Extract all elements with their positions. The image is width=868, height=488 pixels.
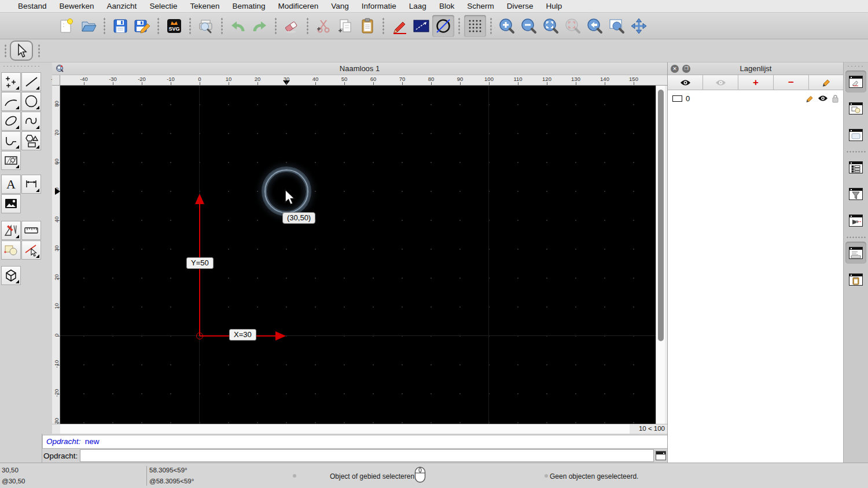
hatch-tool-button[interactable] (1, 151, 21, 170)
vertical-scrollbar-thumb[interactable] (658, 90, 664, 341)
menu-item-aanzicht[interactable]: Aanzicht (101, 2, 144, 10)
hide-all-layers-button[interactable] (703, 75, 738, 90)
zoom-selection-button[interactable] (562, 15, 584, 37)
redo-button[interactable] (249, 15, 271, 37)
zoom-previous-button[interactable] (584, 15, 606, 37)
layer-row[interactable]: 0 (668, 91, 844, 105)
menu-item-bewerken[interactable]: Bewerken (53, 2, 101, 10)
draw-pencil-button[interactable] (388, 15, 410, 37)
v-ruler-tick (57, 162, 60, 163)
list-view-panel-button[interactable] (845, 156, 866, 178)
selection-arrow-icon (15, 43, 28, 58)
new-file-button[interactable] (56, 15, 78, 37)
zoom-window-button[interactable] (606, 15, 628, 37)
circle-line-tool-button[interactable] (432, 15, 454, 37)
shape-tool-button[interactable] (21, 131, 41, 150)
text-tool-icon: A (6, 178, 16, 191)
block-view-panel-button[interactable] (845, 124, 866, 146)
command-dock-button[interactable] (656, 451, 666, 460)
selection-tool-button[interactable] (10, 40, 33, 61)
edit-layer-button[interactable] (809, 75, 844, 90)
command-input[interactable] (80, 449, 654, 462)
menu-item-blok[interactable]: Blok (433, 2, 461, 10)
trim-tool-button[interactable] (21, 241, 41, 260)
mouse-cursor (284, 188, 297, 207)
add-layer-button[interactable]: + (738, 75, 774, 90)
modify-tool-button[interactable] (1, 241, 21, 260)
modify-tool-icon (3, 243, 19, 257)
menu-item-modificeren[interactable]: Modificeren (272, 2, 325, 10)
menu-item-selectie[interactable]: Selectie (143, 2, 183, 10)
menu-item-scherm[interactable]: Scherm (461, 2, 501, 10)
zoom-auto-button[interactable] (540, 15, 562, 37)
menu-item-diverse[interactable]: Diverse (501, 2, 540, 10)
circle-tool-button[interactable] (21, 92, 41, 111)
dimension-tool-button[interactable] (21, 175, 41, 194)
command-line-panel-button[interactable] (845, 242, 866, 264)
y-axis-arrowhead (195, 194, 204, 204)
horizontal-scrollbar[interactable]: 10 < 100 (52, 424, 667, 434)
v-ruler-label: 30 (53, 243, 60, 254)
open-file-button[interactable] (78, 15, 100, 37)
copy-button[interactable] (334, 15, 356, 37)
arc-tool-button[interactable] (1, 92, 21, 111)
save-button[interactable] (109, 15, 131, 37)
menu-item-informatie[interactable]: Informatie (355, 2, 403, 10)
text-tool-button[interactable]: A (1, 175, 21, 194)
h-ruler-tick (634, 82, 634, 85)
show-all-layers-button[interactable] (668, 75, 703, 90)
svg-text:SVG: SVG (168, 26, 179, 32)
remove-layer-button[interactable]: − (774, 75, 809, 90)
toolbar-handle[interactable] (38, 44, 40, 58)
h-ruler-label: 130 (571, 76, 580, 82)
meta-grid-line (60, 335, 656, 336)
menu-item-bestand[interactable]: Bestand (12, 2, 53, 10)
measure-tool-button[interactable] (21, 221, 41, 240)
print-preview-button[interactable] (195, 15, 217, 37)
menu-item-laag[interactable]: Laag (403, 2, 433, 10)
svg-export-button[interactable]: SVG (163, 15, 185, 37)
zoom-window-icon (608, 17, 626, 35)
layer-color-swatch[interactable] (672, 95, 682, 102)
grid-toggle-button[interactable] (464, 15, 486, 37)
property-editor-panel-button[interactable] (845, 71, 866, 93)
point-tool-button[interactable] (1, 72, 21, 91)
draw-misc-tool-button[interactable] (1, 221, 21, 240)
meta-grid-line (488, 86, 489, 424)
selection-info-panel-button[interactable] (845, 97, 866, 119)
paste-button[interactable] (356, 15, 378, 37)
h-ruler-tick (547, 82, 547, 85)
vertical-scrollbar[interactable] (656, 86, 665, 424)
horizontal-scrollbar-track[interactable] (60, 424, 630, 434)
menu-item-hulp[interactable]: Hulp (539, 2, 568, 10)
save-as-button[interactable] (131, 15, 153, 37)
clipboard-panel-button[interactable] (845, 268, 866, 290)
layer-lock-icon[interactable] (832, 94, 839, 103)
dock-strip-handle[interactable] (847, 65, 865, 68)
v-ruler-tick (57, 220, 60, 221)
layer-edit-pencil-icon[interactable] (806, 94, 814, 103)
menu-item-vang[interactable]: Vang (325, 2, 355, 10)
image-tool-button[interactable] (1, 194, 21, 213)
box3d-tool-button[interactable] (1, 266, 21, 285)
toolbar-handle[interactable] (5, 44, 6, 58)
view-projection-panel-button[interactable] (845, 209, 866, 231)
ellipse-tool-button[interactable] (1, 112, 21, 131)
menu-item-tekenen[interactable]: Tekenen (183, 2, 226, 10)
menu-item-bemating[interactable]: Bemating (226, 2, 271, 10)
cut-button[interactable] (312, 15, 334, 37)
undo-button[interactable] (227, 15, 249, 37)
line-tool-button[interactable] (21, 72, 41, 91)
zoom-out-button[interactable] (518, 15, 540, 37)
layer-visibility-icon[interactable] (818, 95, 828, 102)
pencil-icon (822, 77, 832, 87)
spline-tool-button[interactable] (21, 112, 41, 131)
zoom-in-button[interactable] (496, 15, 518, 37)
filter-panel-button[interactable] (845, 183, 866, 205)
drawing-canvas[interactable]: Y=50 X=30 (30,50) (60, 86, 656, 424)
palette-handle[interactable] (2, 65, 39, 68)
delete-button[interactable] (281, 15, 303, 37)
pan-button[interactable] (628, 15, 650, 37)
line-rectangle-tool-button[interactable] (410, 15, 432, 37)
polyline-tool-button[interactable] (1, 131, 21, 150)
